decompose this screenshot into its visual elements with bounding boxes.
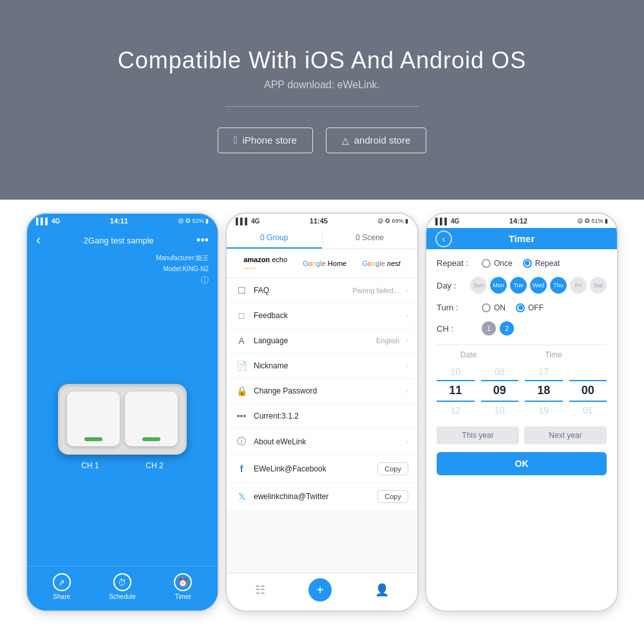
menu-item-twitter[interactable]: 𝕏 ewelinkchina@Twitter Copy — [227, 483, 417, 511]
time-picker-area: 10 11 12 08 09 10 17 18 19 00 01 — [437, 363, 607, 419]
switch-btn-2[interactable] — [125, 392, 178, 446]
phone1-nav-title: 2Gang test sample — [84, 236, 154, 245]
repeat-option[interactable]: Repeat — [523, 259, 560, 268]
grid-tab-icon[interactable]: ☷ — [255, 583, 265, 597]
about-chevron: › — [406, 437, 408, 446]
timer-divider — [437, 345, 607, 345]
date-header-label: Date — [437, 350, 500, 359]
nickname-chevron: › — [406, 361, 408, 370]
menu-item-about[interactable]: ⓘ About eWeLink › — [227, 429, 417, 455]
day-thu[interactable]: Thu — [550, 277, 567, 294]
phone3-time: 14:12 — [509, 217, 527, 225]
phone2-icons: @ ✪ 69% ▮ — [377, 218, 408, 224]
on-option[interactable]: ON — [482, 303, 506, 312]
phone1-status-bar: ▌▌▌ 4G 14:11 @ ✪ 52% ▮ — [27, 214, 218, 228]
top-divider — [225, 106, 419, 107]
phone1-time: 14:11 — [110, 217, 128, 225]
timer-header-title: Timer — [509, 233, 535, 244]
once-option[interactable]: Once — [482, 259, 513, 268]
on-label: ON — [494, 303, 506, 312]
android-store-button[interactable]: △ android store — [326, 128, 427, 153]
phone-3: ▌▌▌ 4G 14:12 @ ✪ 51% ▮ ‹ Timer Repeat : … — [425, 213, 618, 612]
android-icon: △ — [342, 135, 349, 146]
menu-item-version: ••• Current:3.1.2 — [227, 404, 417, 429]
phone3-icons: @ ✪ 51% ▮ — [577, 218, 608, 224]
faq-value: Pairing failed... — [352, 287, 399, 294]
phone1-back-button[interactable]: ‹ — [36, 232, 41, 249]
phone3-timer-header: ‹ Timer — [426, 228, 617, 249]
twitter-icon: 𝕏 — [236, 491, 247, 502]
day-sat[interactable]: Sat — [590, 277, 607, 294]
picker-header: Date Time — [437, 350, 607, 359]
hour-item-0: 08 — [481, 363, 519, 380]
this-year-button[interactable]: This year — [437, 426, 519, 444]
day-wed[interactable]: Wed — [530, 277, 547, 294]
phone-2: ▌▌▌ 4G 11:45 @ ✪ 69% ▮ 0 Group 0 Scene a… — [225, 213, 419, 612]
switch-widget — [58, 384, 187, 455]
switch-btn-1[interactable] — [67, 392, 120, 446]
repeat-row: Repeat : Once Repeat — [437, 258, 607, 268]
phone1-info-icon: ⓘ — [27, 274, 218, 287]
sec-col: 00 01 — [569, 363, 607, 419]
apple-icon:  — [234, 135, 238, 146]
feedback-label: Feedback — [254, 311, 399, 320]
repeat-option-label: Repeat — [535, 259, 560, 268]
share-nav-item[interactable]: ⇗ Share — [53, 573, 71, 600]
day-tue[interactable]: Tue — [510, 277, 527, 294]
phone1-signal: ▌▌▌ 4G — [36, 218, 60, 225]
twitter-copy-button[interactable]: Copy — [377, 490, 408, 503]
tab-scene[interactable]: 0 Scene — [323, 228, 418, 249]
phone3-signal: ▌▌▌ 4G — [435, 218, 459, 225]
top-section: Compatible With iOS And Android OS APP d… — [0, 0, 644, 200]
day-sun[interactable]: Sun — [470, 277, 487, 294]
google-nest-logo: Google nest — [362, 260, 400, 267]
on-radio[interactable] — [482, 303, 491, 312]
menu-item-facebook[interactable]: f EWeLink@Facebook Copy — [227, 455, 417, 483]
phone1-icons: @ ✪ 52% ▮ — [178, 218, 209, 224]
repeat-radio[interactable] — [523, 259, 532, 268]
turn-row: Turn : ON OFF — [437, 303, 607, 312]
phone1-more-button[interactable]: ••• — [196, 234, 209, 247]
faq-icon: ☐ — [236, 285, 247, 296]
once-radio[interactable] — [482, 259, 491, 268]
schedule-nav-item[interactable]: ⏱ Schedule — [109, 573, 136, 600]
add-tab-button[interactable]: + — [308, 578, 332, 601]
timer-back-button[interactable]: ‹ — [435, 231, 452, 247]
hour-item-selected: 09 — [481, 380, 519, 401]
sec-item-2: 01 — [569, 402, 607, 419]
timer-body: Repeat : Once Repeat Day : Sun — [426, 249, 617, 611]
ch1-circle[interactable]: 1 — [482, 321, 496, 336]
menu-item-feedback[interactable]: □ Feedback › — [227, 303, 417, 328]
repeat-options: Once Repeat — [482, 259, 560, 268]
twitter-label: ewelinkchina@Twitter — [254, 492, 371, 501]
menu-item-password[interactable]: 🔒 Change Password › — [227, 379, 417, 404]
profile-tab-icon[interactable]: 👤 — [375, 583, 389, 597]
next-year-button[interactable]: Next year — [524, 426, 607, 444]
time-header-label: Time — [500, 350, 607, 359]
facebook-copy-button[interactable]: Copy — [377, 462, 408, 475]
ok-button[interactable]: OK — [437, 452, 607, 475]
timer-label: Timer — [175, 593, 191, 600]
day-fri[interactable]: Fri — [570, 277, 587, 294]
language-chevron: › — [406, 336, 408, 345]
tab-group[interactable]: 0 Group — [227, 228, 322, 249]
ch2-circle[interactable]: 2 — [500, 321, 514, 336]
feedback-chevron: › — [406, 311, 408, 320]
menu-item-nickname[interactable]: 📄 Nickname › — [227, 354, 417, 379]
phone2-tabs: 0 Group 0 Scene — [227, 228, 417, 249]
day-mon[interactable]: Mon — [490, 277, 507, 294]
date-col: 10 11 12 — [437, 363, 475, 419]
phone1-manufacturer: Manufacturer:能王 — [27, 252, 218, 264]
share-icon: ⇗ — [53, 573, 71, 591]
iphone-store-button[interactable]:  iPhone store — [218, 128, 313, 153]
off-option[interactable]: OFF — [516, 303, 544, 312]
phone1-model: Model:KING-N2 — [27, 264, 218, 274]
schedule-icon: ⏱ — [113, 573, 131, 591]
switch-indicator-2 — [142, 437, 160, 441]
amazon-echo-logo: amazon echo~~~~ — [243, 256, 287, 271]
menu-item-language[interactable]: A Language English › — [227, 328, 417, 354]
off-radio[interactable] — [516, 303, 525, 312]
menu-item-faq[interactable]: ☐ FAQ Pairing failed... › — [227, 278, 417, 303]
timer-nav-item[interactable]: ⏰ Timer — [174, 573, 192, 600]
facebook-label: EWeLink@Facebook — [254, 464, 371, 473]
